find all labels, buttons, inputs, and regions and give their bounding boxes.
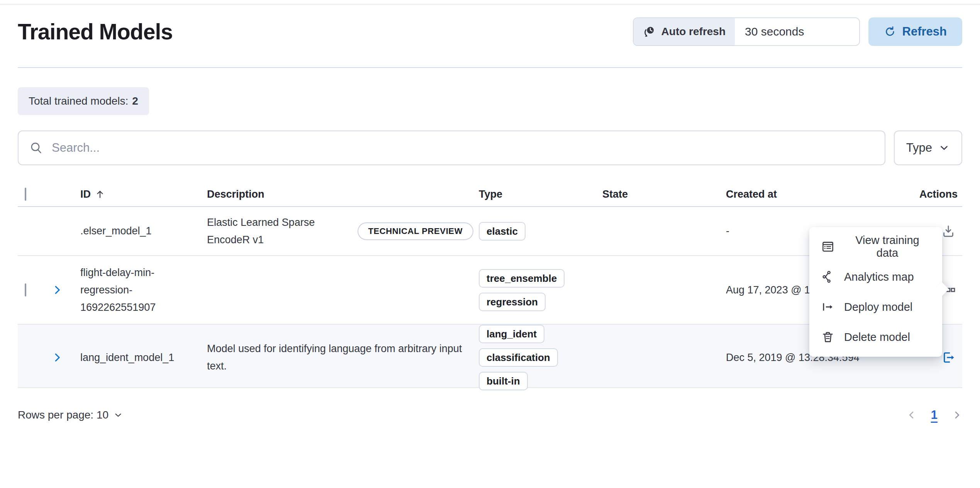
type-badge: regression — [479, 293, 546, 311]
created-at: - — [726, 225, 729, 237]
select-all-checkbox[interactable] — [25, 188, 26, 201]
top-divider — [0, 4, 980, 5]
type-badge: classification — [479, 348, 558, 367]
auto-refresh-label: Auto refresh — [661, 25, 726, 38]
deploy-icon — [821, 300, 835, 314]
row-checkbox[interactable] — [25, 283, 26, 297]
expand-row-button[interactable] — [49, 349, 66, 366]
refresh-button-label: Refresh — [902, 25, 947, 39]
model-id: lang_ident_model_1 — [80, 352, 174, 363]
menu-item-label: View training data — [844, 234, 931, 259]
refresh-interval-input[interactable]: 30 seconds — [735, 18, 859, 45]
column-header-id[interactable]: ID — [75, 188, 202, 200]
model-description: Model used for identifying language from… — [207, 343, 462, 372]
menu-item-deploy-model[interactable]: Deploy model — [809, 292, 942, 322]
column-header-description[interactable]: Description — [202, 188, 473, 200]
total-models-badge: Total trained models: 2 — [18, 87, 149, 115]
view-training-data-icon — [821, 240, 835, 254]
deploy-exit-icon — [941, 350, 956, 365]
total-models-count: 2 — [132, 95, 138, 107]
delete-icon — [821, 330, 835, 344]
time-refresh-icon — [643, 25, 656, 38]
type-badge: lang_ident — [479, 325, 544, 343]
chevron-right-icon — [951, 410, 962, 420]
header-controls: Auto refresh 30 seconds Refresh — [633, 17, 962, 46]
total-models-label: Total trained models: — [29, 95, 128, 107]
refresh-button[interactable]: Refresh — [868, 17, 962, 46]
search-box — [18, 130, 885, 165]
table-footer: Rows per page: 10 1 — [18, 408, 962, 422]
chevron-left-icon — [906, 410, 917, 420]
menu-item-delete-model[interactable]: Delete model — [809, 322, 942, 352]
column-header-state[interactable]: State — [597, 188, 721, 200]
expand-row-button[interactable] — [49, 281, 66, 298]
menu-item-label: Analytics map — [844, 271, 914, 283]
type-badge: tree_ensemble — [479, 269, 565, 288]
column-header-created-at[interactable]: Created at — [721, 188, 887, 200]
model-description: Elastic Learned Sparse EncodeR v1 — [207, 214, 349, 249]
column-header-id-label: ID — [80, 188, 91, 200]
menu-item-analytics-map[interactable]: Analytics map — [809, 262, 942, 292]
type-filter-button[interactable]: Type — [894, 130, 962, 165]
search-input[interactable] — [52, 141, 874, 155]
menu-item-view-training-data[interactable]: View training data — [809, 232, 942, 262]
menu-item-label: Deploy model — [844, 301, 912, 313]
column-header-actions: Actions — [887, 188, 962, 200]
page-header: Trained Models Auto refresh — [18, 17, 962, 46]
chevron-right-icon — [51, 352, 63, 363]
download-icon — [941, 224, 956, 239]
auto-refresh-button[interactable]: Auto refresh — [634, 18, 735, 45]
type-badge: built-in — [479, 372, 528, 390]
pagination: 1 — [906, 408, 962, 422]
previous-page-button[interactable] — [906, 410, 917, 420]
chevron-down-icon — [113, 410, 123, 420]
trained-models-page: Trained Models Auto refresh — [0, 0, 980, 488]
page-number-1[interactable]: 1 — [931, 408, 938, 422]
type-badge: elastic — [479, 222, 526, 241]
search-icon — [29, 141, 43, 155]
model-id: flight-delay-min-regression-169226255190… — [80, 267, 156, 313]
model-id: .elser_model_1 — [80, 225, 152, 237]
header-divider — [18, 67, 962, 68]
page-title: Trained Models — [18, 19, 173, 44]
type-filter-label: Type — [906, 141, 932, 155]
actions-context-menu: View training data Analytics map — [809, 227, 942, 357]
column-header-type[interactable]: Type — [473, 188, 597, 200]
menu-item-label: Delete model — [844, 331, 910, 344]
search-bar-row: Type — [18, 130, 962, 165]
table-header-row: ID Description Type State Created at Act… — [18, 182, 962, 207]
chevron-down-icon — [938, 142, 950, 154]
refresh-icon — [884, 25, 896, 38]
rows-per-page-button[interactable]: Rows per page: 10 — [18, 409, 123, 421]
analytics-map-icon — [821, 270, 835, 284]
rows-per-page-label: Rows per page: 10 — [18, 409, 109, 421]
technical-preview-badge: TECHNICAL PREVIEW — [358, 222, 473, 240]
sort-ascending-icon — [95, 189, 105, 200]
next-page-button[interactable] — [951, 410, 962, 420]
auto-refresh-group: Auto refresh 30 seconds — [633, 17, 860, 46]
chevron-right-icon — [51, 284, 63, 296]
